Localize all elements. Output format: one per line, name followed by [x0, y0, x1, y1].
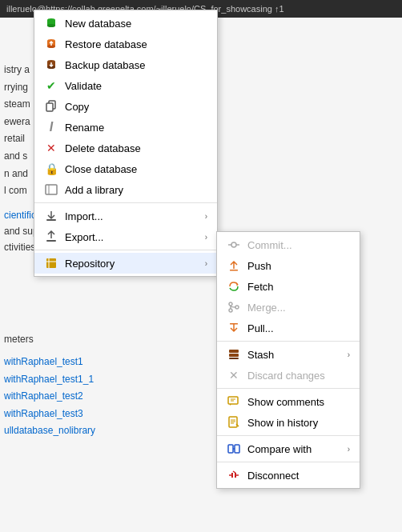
- svg-point-2: [47, 24, 55, 27]
- menu-item-disconnect[interactable]: Disconnect: [217, 465, 360, 486]
- export-label: Export...: [65, 231, 205, 243]
- menu-item-compare-with[interactable]: Compare with ›: [217, 438, 360, 459]
- restore-database-label: Restore database: [65, 38, 207, 50]
- compare-with-label: Compare with: [247, 443, 348, 455]
- menu-item-add-library[interactable]: Add a library: [34, 179, 217, 200]
- pull-label: Pull...: [247, 322, 350, 334]
- repository-label: Repository: [65, 258, 205, 270]
- svg-rect-30: [229, 358, 239, 359]
- add-library-icon: [44, 182, 58, 197]
- pull-icon: [227, 321, 241, 335]
- menu-item-import[interactable]: Import... ›: [34, 206, 217, 226]
- svg-rect-17: [46, 258, 56, 268]
- bg-activities: ctivities: [4, 242, 35, 253]
- import-arrow-icon: ›: [205, 212, 207, 221]
- lock-icon: 🔒: [44, 162, 58, 176]
- svg-rect-13: [46, 185, 57, 194]
- menu-item-fetch[interactable]: Fetch: [217, 276, 360, 297]
- menu-item-merge[interactable]: Merge...: [217, 297, 360, 318]
- svg-point-26: [235, 306, 239, 309]
- discard-icon: ✕: [227, 368, 241, 382]
- menu-item-new-database[interactable]: New database: [34, 13, 217, 34]
- menu-item-stash[interactable]: Stash ›: [217, 344, 360, 365]
- stash-icon: [227, 347, 241, 362]
- close-database-label: Close database: [65, 163, 207, 175]
- backup-database-label: Backup database: [65, 59, 207, 71]
- delete-database-label: Delete database: [65, 142, 207, 154]
- menu-item-show-history[interactable]: Show in history: [217, 412, 360, 433]
- svg-point-24: [229, 302, 232, 306]
- history-icon: [227, 415, 241, 430]
- cylinder-green-icon: [44, 16, 58, 30]
- menu-item-delete-database[interactable]: ✕ Delete database: [34, 138, 217, 158]
- secondary-separator-3: [217, 435, 360, 436]
- import-icon: [44, 209, 58, 223]
- svg-rect-38: [228, 445, 233, 453]
- merge-label: Merge...: [247, 302, 350, 314]
- menu-item-backup-database[interactable]: Backup database: [34, 54, 217, 75]
- svg-line-43: [233, 471, 235, 473]
- show-comments-label: Show comments: [247, 396, 350, 408]
- compare-icon: [227, 442, 241, 456]
- fetch-icon: [227, 279, 241, 294]
- comments-icon: [227, 394, 241, 409]
- show-history-label: Show in history: [247, 417, 350, 429]
- secondary-separator-1: [217, 341, 360, 342]
- stash-arrow-icon: ›: [348, 350, 350, 359]
- menu-item-commit[interactable]: Commit...: [217, 234, 360, 255]
- export-arrow-icon: ›: [205, 233, 207, 242]
- copy-label: Copy: [65, 101, 207, 113]
- menu-item-repository[interactable]: Repository ›: [34, 253, 217, 274]
- menu-item-discard[interactable]: ✕ Discard changes: [217, 365, 360, 386]
- export-icon: [44, 230, 58, 244]
- secondary-separator-4: [217, 462, 360, 462]
- repository-icon: [44, 256, 58, 270]
- validate-label: Validate: [65, 80, 207, 92]
- new-database-label: New database: [65, 18, 207, 30]
- svg-rect-12: [46, 103, 53, 111]
- secondary-context-menu: Commit... Push Fetch: [216, 231, 360, 489]
- menu-item-pull[interactable]: Pull...: [217, 318, 360, 338]
- commit-icon: [227, 238, 241, 252]
- separator-2: [34, 250, 217, 250]
- stash-label: Stash: [247, 349, 348, 361]
- compare-arrow-icon: ›: [348, 445, 350, 454]
- secondary-separator-2: [217, 388, 360, 389]
- svg-rect-15: [46, 219, 56, 221]
- menu-item-push[interactable]: Push: [217, 255, 360, 276]
- svg-rect-39: [235, 445, 239, 453]
- merge-icon: [227, 300, 241, 314]
- bg-items: withRaphael_test1 withRaphael_test1_1 wi…: [4, 354, 95, 440]
- restore-icon: [44, 37, 58, 51]
- svg-point-20: [231, 242, 236, 247]
- disconnect-label: Disconnect: [247, 470, 350, 482]
- menu-item-restore-database[interactable]: Restore database: [34, 34, 217, 54]
- repository-arrow-icon: ›: [205, 259, 207, 268]
- menu-item-close-database[interactable]: 🔒 Close database: [34, 158, 217, 179]
- disconnect-icon: [227, 468, 241, 482]
- svg-rect-16: [46, 240, 56, 242]
- menu-item-export[interactable]: Export... ›: [34, 226, 217, 247]
- menu-item-validate[interactable]: ✔ Validate: [34, 75, 217, 96]
- push-icon: [227, 258, 241, 273]
- import-label: Import...: [65, 210, 205, 222]
- svg-rect-27: [230, 323, 238, 325]
- add-library-label: Add a library: [65, 184, 207, 196]
- push-label: Push: [247, 260, 350, 272]
- primary-context-menu: New database Restore database Backup dat: [34, 10, 218, 277]
- rename-label: Rename: [65, 122, 207, 134]
- svg-rect-28: [229, 350, 239, 353]
- fetch-label: Fetch: [247, 281, 350, 293]
- menu-item-show-comments[interactable]: Show comments: [217, 391, 360, 412]
- discard-label: Discard changes: [247, 370, 350, 382]
- checkmark-icon: ✔: [44, 78, 58, 93]
- menu-item-copy[interactable]: Copy: [34, 96, 217, 117]
- backup-icon: [44, 58, 58, 72]
- menu-item-rename[interactable]: I Rename: [34, 117, 217, 138]
- svg-rect-23: [230, 270, 238, 271]
- svg-point-25: [229, 309, 232, 312]
- bg-meters: meters: [4, 334, 34, 345]
- copy-icon: [44, 99, 58, 114]
- commit-label: Commit...: [247, 239, 350, 251]
- svg-rect-29: [229, 354, 239, 357]
